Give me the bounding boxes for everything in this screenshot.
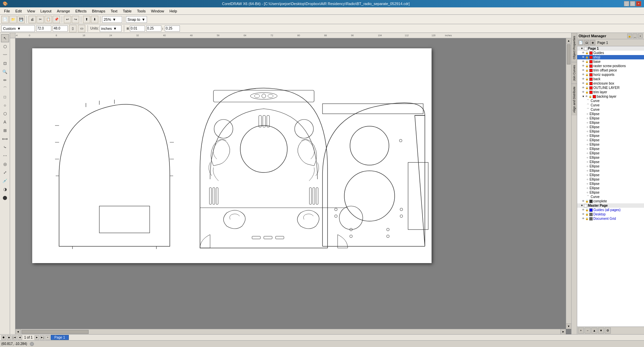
- add-page-btn[interactable]: +: [45, 335, 50, 340]
- save-button[interactable]: 💾: [17, 16, 25, 23]
- tree-guides[interactable]: 👁 🔒 Guides: [577, 51, 644, 55]
- shape-tool[interactable]: ⬡: [1, 43, 9, 51]
- transform-tool[interactable]: ⤢: [1, 168, 9, 177]
- horizontal-scrollbar[interactable]: ◄ ►: [15, 329, 566, 334]
- tree-curve4[interactable]: ⌒ Curve: [577, 195, 644, 199]
- ellipse-tool[interactable]: ○: [1, 101, 9, 109]
- obj-settings[interactable]: ⚙: [605, 328, 611, 334]
- tree-curve3[interactable]: ⌒ Curve: [577, 107, 644, 112]
- window-controls[interactable]: _ □ ×: [624, 1, 641, 6]
- print-button[interactable]: 🖨: [29, 16, 36, 23]
- table-tool[interactable]: ⊞: [1, 127, 9, 135]
- tree-trim-offset[interactable]: 👁 🔒 trim offset piece: [577, 68, 644, 72]
- close-button[interactable]: ×: [636, 1, 641, 6]
- export-button[interactable]: ⬇: [91, 16, 98, 23]
- scroll-up-button[interactable]: ▲: [566, 38, 571, 44]
- smart-draw-tool[interactable]: ⌒: [1, 85, 9, 93]
- snap-x-input[interactable]: [130, 26, 145, 32]
- tree-ellipse19[interactable]: ○ Ellipse: [577, 190, 644, 195]
- maximize-button[interactable]: □: [630, 1, 635, 6]
- menu-text[interactable]: Text: [108, 8, 120, 14]
- scroll-thumb[interactable]: [567, 44, 571, 64]
- scroll-left-button[interactable]: ◄: [15, 329, 21, 335]
- tree-ellipse18[interactable]: ○ Ellipse: [577, 186, 644, 190]
- menu-edit[interactable]: Edit: [13, 8, 24, 14]
- obj-move-up[interactable]: ▲: [591, 328, 597, 334]
- menu-arrange[interactable]: Arrange: [54, 8, 72, 14]
- paste-button[interactable]: 📌: [53, 16, 60, 23]
- page1-tab[interactable]: Page 1: [51, 335, 69, 340]
- height-input[interactable]: [53, 26, 68, 32]
- tree-ellipse17[interactable]: ○ Ellipse: [577, 182, 644, 186]
- menu-tools[interactable]: Tools: [134, 8, 148, 14]
- connector-tool[interactable]: ⤷: [1, 143, 9, 151]
- obj-add-layer[interactable]: +: [578, 328, 584, 334]
- snap-xy-input[interactable]: [165, 26, 180, 32]
- tree-raster-screw[interactable]: 👁 🔒 raster screw positions: [577, 64, 644, 68]
- align-distribute-tab[interactable]: Align and Distribute: [572, 84, 577, 115]
- smart-fill-tool[interactable]: ⬤: [1, 194, 9, 202]
- obj-obj-icon[interactable]: ◈: [590, 40, 595, 45]
- open-button[interactable]: 📁: [9, 16, 17, 23]
- tree-ellipse1[interactable]: ○ Ellipse: [577, 112, 644, 116]
- tree-ellipse4[interactable]: ○ Ellipse: [577, 125, 644, 129]
- tree-horiz[interactable]: 👁 🔒 horiz supports: [577, 72, 644, 77]
- undo-button[interactable]: ↩: [64, 16, 71, 23]
- tree-base[interactable]: 👁 🔒 base: [577, 59, 644, 64]
- stop-btn[interactable]: ■: [7, 335, 11, 340]
- portrait-button[interactable]: ▯: [69, 25, 77, 32]
- tree-ellipse11[interactable]: ○ Ellipse: [577, 155, 644, 160]
- obj-layer-icon[interactable]: 🗂: [584, 40, 589, 45]
- tree-ellipse2[interactable]: ○ Ellipse: [577, 116, 644, 120]
- obj-mgr-lock-icon[interactable]: 🔒: [627, 34, 632, 38]
- parallel-dim-tool[interactable]: ⟺: [1, 135, 9, 143]
- obj-properties-tab[interactable]: Object Properties: [572, 33, 577, 62]
- tree-trim-layer[interactable]: 👁 🔒 trim layer: [577, 90, 644, 94]
- landscape-button[interactable]: ▭: [78, 25, 85, 32]
- zoom-tool[interactable]: 🔍: [1, 68, 9, 76]
- crop-tool[interactable]: ⊡: [1, 59, 9, 67]
- first-page-btn[interactable]: |◄: [12, 335, 17, 340]
- canvas-wrapper[interactable]: ▲ ▼ ◄ ►: [15, 38, 571, 334]
- menu-file[interactable]: File: [1, 8, 13, 14]
- obj-mgr-min-icon[interactable]: _: [633, 34, 637, 38]
- tree-complete[interactable]: 👁 🔒 complete: [577, 199, 644, 203]
- tree-ellipse7[interactable]: ○ Ellipse: [577, 138, 644, 142]
- zoom-dropdown[interactable]: 25% ▼: [102, 16, 122, 23]
- last-page-btn[interactable]: ►|: [40, 335, 45, 340]
- obj-delete-layer[interactable]: −: [585, 328, 591, 334]
- import-button[interactable]: ⬆: [83, 16, 90, 23]
- vertical-scrollbar[interactable]: ▲ ▼: [566, 38, 571, 329]
- tree-back[interactable]: 👁 🔒 back: [577, 77, 644, 81]
- menu-table[interactable]: Table: [120, 8, 134, 14]
- tree-ellipse9[interactable]: ○ Ellipse: [577, 147, 644, 151]
- units-dropdown[interactable]: inches ▼: [100, 25, 121, 32]
- canvas-area[interactable]: -4 0 8 16 24 32 40 48 56 64 72 80 88 96 …: [10, 33, 571, 334]
- play-record-btn[interactable]: ⏺: [1, 335, 6, 340]
- h-scroll-thumb[interactable]: [21, 330, 89, 334]
- tree-curve1[interactable]: ⌒ Curve: [577, 99, 644, 103]
- text-tool[interactable]: A: [1, 118, 9, 126]
- smear-tool[interactable]: 〰: [1, 51, 9, 59]
- tree-backing[interactable]: ▼ 👁 🔒 backing layer: [577, 94, 644, 99]
- menu-effects[interactable]: Effects: [73, 8, 89, 14]
- menu-view[interactable]: View: [24, 8, 38, 14]
- rectangle-tool[interactable]: □: [1, 93, 9, 101]
- join-curves-tab[interactable]: Join Curves: [572, 62, 577, 84]
- select-tool[interactable]: ↖: [1, 34, 9, 42]
- eyedropper-tool[interactable]: 💉: [1, 177, 9, 185]
- tree-curve2[interactable]: ⌒ Curve: [577, 103, 644, 107]
- menu-layout[interactable]: Layout: [38, 8, 54, 14]
- tree-guides-all[interactable]: 👁 🔒 Guides (all pages): [577, 208, 644, 212]
- preset-dropdown[interactable]: Custom ▼: [1, 25, 35, 32]
- object-tree[interactable]: ▼ Page 1 👁 🔒 Guides 👁 🔒 shoji 👁 �: [577, 46, 644, 327]
- tree-ellipse14[interactable]: ○ Ellipse: [577, 168, 644, 173]
- tree-outline[interactable]: 👁 🔒 OUTLINE LAYER: [577, 86, 644, 90]
- freehand-tool[interactable]: ✏: [1, 76, 9, 84]
- obj-page-icon[interactable]: 📄: [578, 40, 583, 45]
- obj-mgr-close-icon[interactable]: ×: [638, 34, 643, 38]
- tree-masterpage[interactable]: ▼ Master Page: [577, 203, 644, 208]
- next-page-btn[interactable]: ►: [35, 335, 39, 340]
- tree-ellipse5[interactable]: ○ Ellipse: [577, 129, 644, 134]
- tree-ellipse10[interactable]: ○ Ellipse: [577, 151, 644, 155]
